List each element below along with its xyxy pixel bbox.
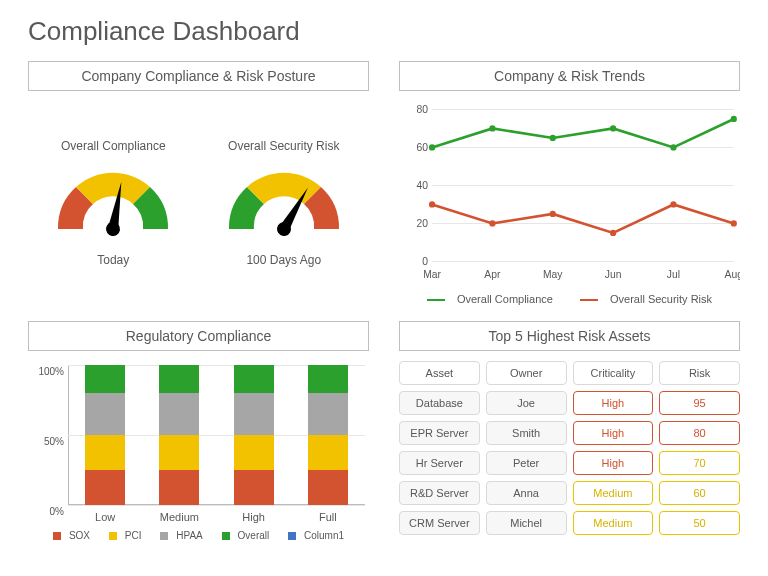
table-header-row: Asset Owner Criticality Risk — [399, 361, 740, 385]
svg-point-21 — [489, 125, 495, 131]
panel-risk-assets: Top 5 Highest Risk Assets Asset Owner Cr… — [399, 321, 740, 541]
svg-text:May: May — [543, 269, 563, 280]
legend-compliance: Overall Compliance — [421, 293, 559, 305]
panel-trends-header: Company & Risk Trends — [399, 61, 740, 91]
svg-text:Jul: Jul — [667, 269, 680, 280]
line-chart: 020406080MarAprMayJunJulAug — [399, 101, 740, 291]
svg-point-26 — [429, 201, 435, 207]
gauge-compliance-svg — [48, 159, 178, 249]
table-row: DatabaseJoeHigh95 — [399, 391, 740, 415]
panel-regulatory-header: Regulatory Compliance — [28, 321, 369, 351]
gauge-risk-caption: 100 Days Ago — [219, 253, 349, 267]
cell-criticality: High — [573, 451, 654, 475]
bar-xlabel: High — [234, 511, 274, 523]
svg-point-30 — [670, 201, 676, 207]
legend-column1: Column1 — [284, 530, 348, 541]
svg-text:40: 40 — [416, 180, 428, 191]
cell-risk: 80 — [659, 421, 740, 445]
svg-point-22 — [550, 135, 556, 141]
table-row: R&D ServerAnnaMedium60 — [399, 481, 740, 505]
col-criticality: Criticality — [573, 361, 654, 385]
bar-legend: SOX PCI HPAA Overall Column1 — [28, 530, 369, 541]
bar-group — [85, 365, 125, 505]
gauge-compliance-caption: Today — [48, 253, 178, 267]
line-legend: Overall Compliance Overall Security Risk — [399, 293, 740, 305]
svg-text:20: 20 — [416, 218, 428, 229]
cell-asset: Hr Server — [399, 451, 480, 475]
panel-posture-header: Company Compliance & Risk Posture — [28, 61, 369, 91]
svg-text:60: 60 — [416, 142, 428, 153]
cell-owner: Joe — [486, 391, 567, 415]
cell-owner: Peter — [486, 451, 567, 475]
cell-owner: Michel — [486, 511, 567, 535]
col-asset: Asset — [399, 361, 480, 385]
svg-text:Mar: Mar — [423, 269, 441, 280]
legend-hpaa: HPAA — [156, 530, 207, 541]
bar-ytick: 0% — [28, 506, 64, 517]
cell-asset: Database — [399, 391, 480, 415]
svg-point-27 — [489, 220, 495, 226]
panel-regulatory: Regulatory Compliance SOX PCI HPAA Overa… — [28, 321, 369, 541]
bar-xlabel: Medium — [159, 511, 199, 523]
panel-trends: Company & Risk Trends 020406080MarAprMay… — [399, 61, 740, 305]
cell-criticality: Medium — [573, 511, 654, 535]
risk-table: Asset Owner Criticality Risk DatabaseJoe… — [399, 361, 740, 541]
svg-point-25 — [731, 116, 737, 122]
legend-sox: SOX — [49, 530, 94, 541]
cell-asset: CRM Server — [399, 511, 480, 535]
gauge-risk-svg — [219, 159, 349, 249]
svg-point-20 — [429, 144, 435, 150]
bar-xlabel: Low — [85, 511, 125, 523]
svg-point-31 — [731, 220, 737, 226]
gauge-risk-label: Overall Security Risk — [219, 139, 349, 153]
cell-risk: 60 — [659, 481, 740, 505]
bar-ytick: 50% — [28, 436, 64, 447]
svg-text:Jun: Jun — [605, 269, 622, 280]
legend-risk: Overall Security Risk — [574, 293, 718, 305]
svg-text:Apr: Apr — [484, 269, 501, 280]
cell-owner: Anna — [486, 481, 567, 505]
panel-risk-assets-header: Top 5 Highest Risk Assets — [399, 321, 740, 351]
svg-text:0: 0 — [422, 256, 428, 267]
gauges-row: Overall Compliance Today Overall Securit… — [28, 101, 369, 305]
svg-point-24 — [670, 144, 676, 150]
svg-text:80: 80 — [416, 104, 428, 115]
gauge-compliance: Overall Compliance Today — [48, 139, 178, 267]
page-title: Compliance Dashboard — [28, 16, 740, 47]
line-chart-svg: 020406080MarAprMayJunJulAug — [399, 101, 740, 291]
cell-owner: Smith — [486, 421, 567, 445]
svg-point-29 — [610, 230, 616, 236]
bar-chart: SOX PCI HPAA Overall Column1 0%50%100%Lo… — [28, 361, 369, 541]
svg-point-23 — [610, 125, 616, 131]
gauge-risk: Overall Security Risk 100 Days Ago — [219, 139, 349, 267]
table-row: Hr ServerPeterHigh70 — [399, 451, 740, 475]
cell-risk: 70 — [659, 451, 740, 475]
table-row: EPR ServerSmithHigh80 — [399, 421, 740, 445]
cell-criticality: High — [573, 421, 654, 445]
svg-point-28 — [550, 211, 556, 217]
col-owner: Owner — [486, 361, 567, 385]
cell-asset: R&D Server — [399, 481, 480, 505]
svg-point-1 — [105, 221, 121, 237]
bar-group — [159, 365, 199, 505]
col-risk: Risk — [659, 361, 740, 385]
panel-posture: Company Compliance & Risk Posture Overal… — [28, 61, 369, 305]
dashboard-grid: Company Compliance & Risk Posture Overal… — [28, 61, 740, 541]
bar-group — [308, 365, 348, 505]
cell-criticality: Medium — [573, 481, 654, 505]
gauge-compliance-label: Overall Compliance — [48, 139, 178, 153]
bar-ytick: 100% — [28, 366, 64, 377]
bar-xlabel: Full — [308, 511, 348, 523]
legend-pci: PCI — [105, 530, 146, 541]
legend-overall: Overall — [218, 530, 274, 541]
cell-risk: 50 — [659, 511, 740, 535]
svg-text:Aug: Aug — [725, 269, 740, 280]
cell-risk: 95 — [659, 391, 740, 415]
bar-group — [234, 365, 274, 505]
cell-criticality: High — [573, 391, 654, 415]
table-row: CRM ServerMichelMedium50 — [399, 511, 740, 535]
cell-asset: EPR Server — [399, 421, 480, 445]
